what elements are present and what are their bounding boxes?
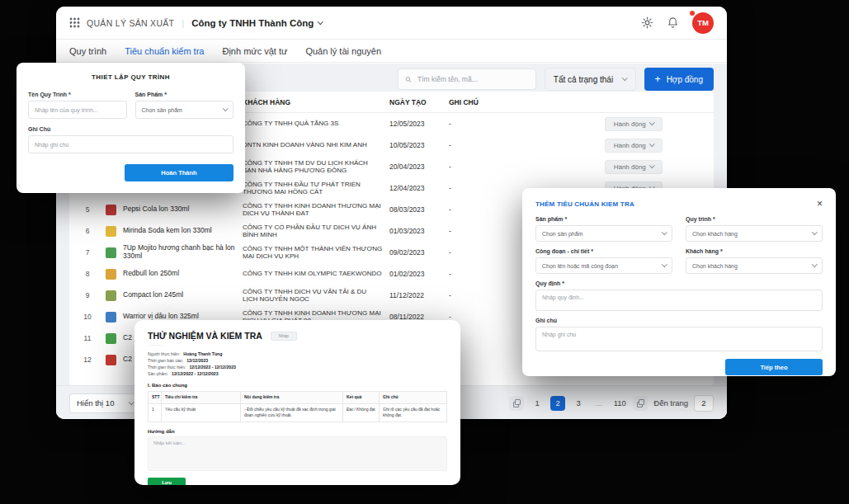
product-thumbnail (106, 269, 116, 280)
action-dropdown-button[interactable]: Hành động (605, 160, 663, 174)
search-input[interactable] (416, 74, 529, 84)
chevron-down-icon (622, 75, 627, 80)
standard-field-select[interactable]: Chọn tên hoặc mã công đoạn (535, 257, 672, 274)
process-note-placeholder: Nhập ghi chú (35, 142, 68, 148)
standard-note-textarea[interactable]: Nhập ghi chú (535, 327, 823, 351)
search-input-wrap (398, 68, 536, 90)
process-product-select[interactable]: Chọn sản phẩm (135, 101, 234, 119)
prev-page-button[interactable] (509, 396, 524, 411)
standard-field-label: Khách hàng * (686, 248, 823, 254)
test-report-modal: THỬ NGHIỆM VÀ KIỂM TRA Nháp -------- Ngư… (134, 320, 460, 485)
cell-date: 12/05/2023 (389, 120, 449, 128)
product-name: Mirinda Soda kem lon 330ml (123, 227, 212, 235)
gear-icon[interactable] (641, 16, 653, 29)
cell-stt: 5 (69, 205, 106, 214)
cell-customer: CÔNG TY TNHH TM DV DU LỊCH KHÁCH SẠN NHÀ… (243, 159, 389, 175)
cell-product: 7Up Mojito hương chanh bạc hà lon 330ml (106, 244, 243, 261)
process-name-input[interactable]: Nhập tên của quy trình... (28, 101, 127, 119)
meta-line: Người thực hiện:Hoàng Thanh Tùng (148, 351, 447, 357)
process-modal-title: THIẾT LẬP QUY TRÌNH (28, 73, 233, 81)
avatar[interactable]: TM (692, 12, 714, 34)
chevron-down-icon (649, 141, 654, 146)
company-switcher[interactable]: Công ty TNHH Thành Công (191, 18, 323, 28)
status-filter-value: Tất cả trạng thái (554, 75, 613, 84)
product-name: 7Up Mojito hương chanh bạc hà lon 330ml (123, 244, 236, 261)
standard-field: Khách hàng *Chọn khách hàng (686, 248, 823, 274)
page-2[interactable]: 2 (550, 396, 565, 411)
cell-date: 20/04/2023 (389, 163, 449, 171)
next-step-button[interactable]: Tiếp theo (725, 359, 823, 375)
add-contract-button[interactable]: + Hợp đồng (644, 68, 714, 91)
test-table-cell: Đạt / Không đạt (343, 403, 380, 422)
jump-next-icon (637, 399, 644, 407)
process-note-input[interactable]: Nhập ghi chú (28, 135, 233, 153)
cell-note: - (449, 163, 602, 171)
standard-field-label: Quy trình * (686, 216, 823, 222)
cell-date: 11/12/2022 (389, 291, 449, 299)
chevron-down-icon (223, 106, 228, 111)
test-table-cell: Yêu cầu kỹ thuật (162, 403, 241, 422)
process-setup-modal: THIẾT LẬP QUY TRÌNH Tên Quy Trình * Nhập… (17, 63, 245, 193)
meta-label: Thời gian thực hiện: (148, 364, 186, 370)
product-name: Pepsi Cola lon 330ml (123, 205, 189, 214)
product-thumbnail (106, 333, 116, 344)
process-note-label: Ghi Chú (28, 126, 233, 132)
cell-date: 01/03/2023 (389, 227, 449, 235)
process-name-label: Tên Quy Trình * (28, 92, 127, 97)
meta-label: Sản phẩm: (148, 370, 168, 377)
header-separator: | (182, 18, 184, 28)
standard-field-value: Chọn khách hàng (692, 231, 738, 237)
notification-dot (690, 11, 695, 16)
add-standard-modal: THÊM TIÊU CHUẨN KIỂM TRA × Sản phẩm *Chọ… (522, 188, 836, 376)
process-product-placeholder: Chọn sản phẩm (142, 107, 182, 113)
cell-customer: CÔNG TY TNHH MỘT THÀNH VIÊN THƯƠNG MẠI D… (243, 245, 389, 261)
cell-stt: 7 (69, 248, 106, 257)
pagination: 123...110 Đến trang (509, 395, 714, 412)
next-page-button[interactable] (633, 396, 648, 411)
standard-field-select[interactable]: Chọn khách hàng (686, 225, 823, 242)
rule-placeholder: Nhập quy định... (542, 294, 584, 300)
complete-button[interactable]: Hoàn Thành (125, 164, 233, 181)
page-3[interactable]: 3 (571, 396, 586, 411)
meta-line: Thời gian báo cáo:13/12/2023 (148, 357, 447, 364)
tab-quan-ly-tai-nguyen[interactable]: Quản lý tài nguyên (305, 46, 381, 56)
jump-prev-icon (513, 399, 521, 407)
standard-field: Quy trình *Chọn khách hàng (686, 216, 823, 242)
goto-page-input[interactable] (694, 395, 714, 412)
chevron-down-icon (812, 229, 817, 234)
report-section-title: I. Báo cáo chung (148, 383, 447, 388)
cell-note: - (449, 120, 602, 128)
standard-field-select[interactable]: Chọn sản phẩm (535, 225, 672, 242)
nav-tabs: Quy trìnhTiêu chuẩn kiểm traĐịnh mức vật… (56, 40, 727, 63)
save-button[interactable]: Lưu (148, 478, 186, 485)
action-label: Hành động (614, 142, 646, 149)
test-col-header: STT (149, 392, 162, 404)
action-dropdown-button[interactable]: Hành động (605, 117, 663, 131)
cell-note: - (449, 141, 602, 149)
conclusion-textarea[interactable]: Nhập kết luận... (148, 436, 447, 471)
rule-textarea[interactable]: Nhập quy định... (535, 290, 823, 311)
page-110[interactable]: 110 (612, 396, 627, 411)
plus-icon: + (655, 74, 661, 84)
page-1[interactable]: 1 (530, 396, 545, 411)
status-filter-select[interactable]: Tất cả trạng thái (545, 68, 636, 91)
standard-modal-title: THÊM TIÊU CHUẨN KIỂM TRA (535, 200, 634, 208)
grid-menu-icon[interactable] (69, 17, 80, 28)
page-size-select[interactable]: Hiển thị 10 (69, 393, 140, 413)
cell-stt: 6 (69, 227, 106, 235)
action-dropdown-button[interactable]: Hành động (605, 139, 663, 153)
tab-dinh-muc-vat-tu[interactable]: Định mức vật tư (222, 46, 287, 56)
standard-field-label: Công đoạn - chi tiết * (535, 248, 672, 254)
tab-quy-trinh[interactable]: Quy trình (69, 46, 106, 56)
bell-icon[interactable] (667, 16, 679, 29)
goto-label: Đến trang (653, 398, 688, 407)
report-meta: Người thực hiện:Hoàng Thanh TùngThời gia… (148, 351, 447, 377)
col-header-date: NGÀY TẠO (389, 98, 449, 106)
col-header-note: GHI CHÚ (449, 98, 602, 106)
tab-tieu-chuan-kiem-tra[interactable]: Tiêu chuẩn kiểm tra (125, 46, 204, 56)
product-name: Compact lon 245ml (123, 291, 183, 299)
standard-field-select[interactable]: Chọn khách hàng (686, 257, 823, 274)
close-icon[interactable]: × (817, 199, 823, 209)
cell-action: Hành động (602, 160, 714, 174)
cell-date: 08/03/2023 (389, 205, 449, 214)
